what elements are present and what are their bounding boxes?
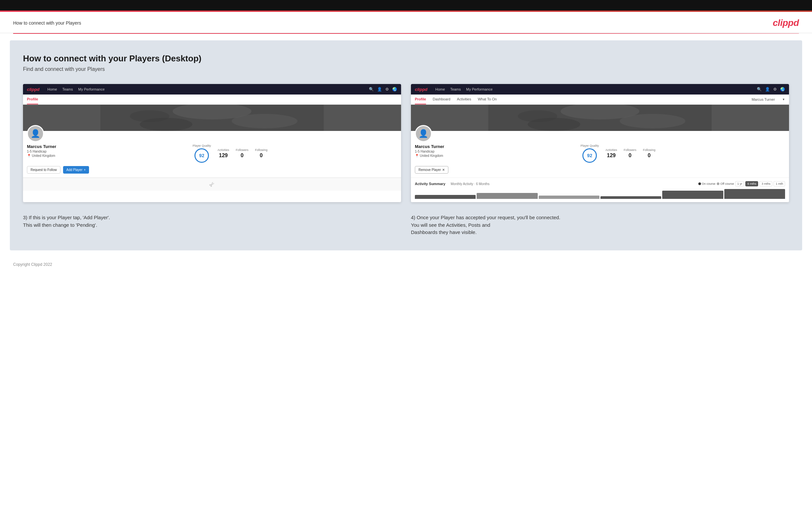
nav-link-home-2[interactable]: Home [435,87,445,91]
add-player-button[interactable]: Add Player + [63,166,89,174]
app-nav-1: clippd Home Teams My Performance 🔍 👤 ⚙ 🌏 [23,84,401,95]
tab-profile-2[interactable]: Profile [415,95,426,104]
stat-quality-1: Player Quality 92 [193,144,211,163]
nav-link-performance-1[interactable]: My Performance [78,87,105,91]
header-divider [13,33,799,34]
description-step3: 3) If this is your Player tap, 'Add Play… [23,214,401,236]
profile-banner-2 [411,105,789,131]
clippd-logo: clippd [773,18,799,28]
tab-activities-2[interactable]: Activities [457,95,471,104]
app-tabs-1: Profile [23,95,401,105]
activity-filters: On course Off course 1 yr 6 mths 3 mths … [698,181,785,186]
request-follow-button[interactable]: Request to Follow [27,166,60,174]
chart-bar-4 [601,196,661,199]
profile-buttons-1: Request to Follow Add Player + [27,166,397,174]
nav-link-home-1[interactable]: Home [47,87,57,91]
svg-point-11 [518,110,557,122]
page-header-title: How to connect with your Players [13,20,81,25]
profile-stats-1: Player Quality 92 Activities 129 Followe… [63,144,397,163]
page-footer: Copyright Clippd 2022 [0,257,812,272]
profile-stats-2: Player Quality 92 Activities 129 Followe… [451,144,785,163]
main-subtitle: Find and connect with your Players [23,66,789,72]
stat-activities-2: Activities 129 [605,148,617,159]
page-header: How to connect with your Players clippd [0,12,812,33]
filter-1yr[interactable]: 1 yr [735,181,744,186]
avatar-icon-1: 👤 [31,129,40,138]
profile-details-1: Marcus Turner 1-5 Handicap 📍 United King… [27,144,397,163]
activity-summary: Activity Summary Monthly Activity · 6 Mo… [411,177,789,202]
filter-3mths[interactable]: 3 mths [759,181,772,186]
search-icon-2[interactable]: 🔍 [757,87,762,92]
filter-1mth[interactable]: 1 mth [773,181,785,186]
player-name-2: Marcus Turner [415,144,444,149]
stat-followers-1: Followers 0 [236,148,249,159]
close-icon-remove: ✕ [442,168,445,172]
tab-whattoon-2[interactable]: What To On [477,95,497,104]
profile-info-1: 👤 Marcus Turner 1-5 Handicap 📍 United Ki… [23,131,401,177]
nav-icons-1: 🔍 👤 ⚙ 🌏 [369,87,397,92]
profile-banner-1 [23,105,401,131]
main-content: How to connect with your Players (Deskto… [10,40,802,250]
footer-copyright: Copyright Clippd 2022 [13,262,52,267]
settings-icon-1[interactable]: ⚙ [385,87,389,92]
profile-info-2: 👤 Marcus Turner 1-5 Handicap 📍 United Ki… [411,131,789,177]
activity-chart [415,189,785,199]
chart-bar-6 [724,189,785,199]
stat-quality-2: Player Quality 92 [580,144,599,163]
stat-following-2: Following 0 [643,148,655,159]
quality-circle-2: 92 [582,148,597,163]
screenshot-2: clippd Home Teams My Performance 🔍 👤 ⚙ 🌏… [411,84,789,202]
player-name-1: Marcus Turner [27,144,56,149]
globe-icon-2[interactable]: 🌏 [780,87,785,92]
location-icon-2: 📍 [415,154,419,158]
legend-offcourse: Off course [717,182,734,185]
top-bar-accent [0,10,812,12]
player-location-1: 📍 United Kingdom [27,154,56,158]
quality-circle-1: 92 [195,148,209,163]
profile-details-2: Marcus Turner 1-5 Handicap 📍 United King… [415,144,785,163]
user-icon-2[interactable]: 👤 [765,87,770,92]
descriptions-row: 3) If this is your Player tap, 'Add Play… [23,214,789,236]
nav-link-teams-2[interactable]: Teams [450,87,461,91]
nav-link-performance-2[interactable]: My Performance [466,87,493,91]
activity-period: Monthly Activity · 6 Months [451,182,490,186]
svg-point-9 [620,114,686,128]
chart-bar-3 [539,195,600,199]
globe-icon-1[interactable]: 🌏 [392,87,397,92]
description-step4: 4) Once your Player has accepted your re… [411,214,789,236]
avatar-icon-2: 👤 [418,129,428,138]
settings-icon-2[interactable]: ⚙ [773,87,777,92]
tab-profile-1[interactable]: Profile [27,95,38,104]
search-icon-1[interactable]: 🔍 [369,87,374,92]
plus-icon-1: + [84,168,86,172]
tab-user-chevron: ▼ [782,98,785,101]
legend-dot-offcourse [717,182,719,185]
step3-text: 3) If this is your Player tap, 'Add Play… [23,214,401,229]
main-title: How to connect with your Players (Deskto… [23,54,789,64]
activity-title: Activity Summary [415,182,445,186]
nav-icons-2: 🔍 👤 ⚙ 🌏 [757,87,785,92]
chart-bar-5 [662,191,723,199]
stat-followers-2: Followers 0 [624,148,637,159]
nav-link-teams-1[interactable]: Teams [62,87,73,91]
profile-left-1: Marcus Turner 1-5 Handicap 📍 United King… [27,144,56,158]
filter-6mths[interactable]: 6 mths [745,181,758,186]
screenshots-row: clippd Home Teams My Performance 🔍 👤 ⚙ 🌏… [23,84,789,202]
app-tabs-2: Profile Dashboard Activities What To On … [411,95,789,105]
profile-left-2: Marcus Turner 1-5 Handicap 📍 United King… [415,144,444,158]
step4-text: 4) Once your Player has accepted your re… [411,214,789,236]
avatar-2: 👤 [415,125,432,142]
tab-dashboard-2[interactable]: Dashboard [433,95,450,104]
stat-following-1: Following 0 [255,148,267,159]
legend-oncourse: On course [698,182,716,185]
app-nav-logo-2: clippd [415,87,427,92]
legend-dot-oncourse [698,182,701,185]
app-nav-logo-1: clippd [27,87,39,92]
avatar-1: 👤 [27,125,44,142]
remove-player-button[interactable]: Remove Player ✕ [415,166,448,174]
player-handicap-1: 1-5 Handicap [27,150,56,153]
tab-user-label: Marcus Turner [752,98,775,101]
user-icon-1[interactable]: 👤 [377,87,382,92]
top-bar [0,0,812,12]
svg-point-3 [232,114,298,128]
